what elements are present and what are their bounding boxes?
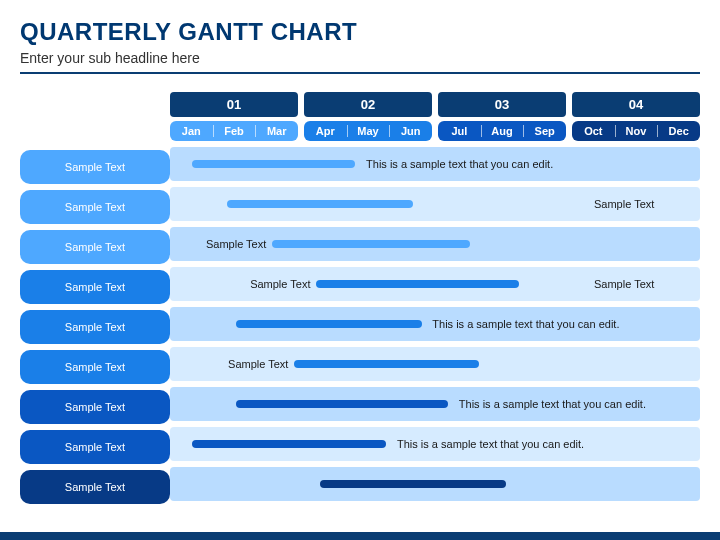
row-annotation: This is a sample text that you can edit. xyxy=(432,318,619,330)
task-label: Sample Text xyxy=(20,230,170,264)
gantt-bar xyxy=(236,320,422,328)
task-label: Sample Text xyxy=(20,390,170,424)
gantt-rows: This is a sample text that you can edit.… xyxy=(170,147,700,501)
month-cell: Feb xyxy=(213,121,256,141)
month-cell: Dec xyxy=(657,121,700,141)
gantt-bar xyxy=(192,160,355,168)
gantt-row: Sample TextSample Text xyxy=(170,267,700,301)
page-title: Quarterly Gantt Chart xyxy=(20,18,700,46)
gantt-row: Sample Text xyxy=(170,347,700,381)
quarter-cell: 03 xyxy=(438,92,566,117)
task-label-column: Sample TextSample TextSample TextSample … xyxy=(20,92,170,510)
row-annotation: Sample Text xyxy=(594,278,654,290)
gantt-bar xyxy=(316,280,519,288)
gantt-bar xyxy=(272,240,471,248)
month-cell: May xyxy=(347,121,390,141)
gantt-row: Sample Text xyxy=(170,227,700,261)
row-annotation: Sample Text xyxy=(250,278,310,290)
quarter-months: JanFebMar xyxy=(170,121,298,141)
month-cell: Oct xyxy=(572,121,615,141)
month-cell: Jan xyxy=(170,121,213,141)
month-cell: Nov xyxy=(615,121,658,141)
month-cell: Mar xyxy=(255,121,298,141)
gantt-bar xyxy=(320,480,506,488)
task-label: Sample Text xyxy=(20,350,170,384)
month-cell: Apr xyxy=(304,121,347,141)
footer-band xyxy=(0,532,720,540)
quarter-header-row: 01020304 xyxy=(170,92,700,117)
quarter-months: AprMayJun xyxy=(304,121,432,141)
timeline-column: 01020304 JanFebMarAprMayJunJulAugSepOctN… xyxy=(170,92,700,510)
month-cell: Jun xyxy=(389,121,432,141)
gantt-row: This is a sample text that you can edit. xyxy=(170,387,700,421)
gantt-row: This is a sample text that you can edit. xyxy=(170,307,700,341)
gantt-bar xyxy=(294,360,480,368)
month-cell: Sep xyxy=(523,121,566,141)
gantt-row xyxy=(170,467,700,501)
gantt-bar xyxy=(192,440,386,448)
gantt-row: Sample Text xyxy=(170,187,700,221)
quarter-cell: 04 xyxy=(572,92,700,117)
quarter-months: OctNovDec xyxy=(572,121,700,141)
task-label: Sample Text xyxy=(20,430,170,464)
quarter-cell: 02 xyxy=(304,92,432,117)
title-rule xyxy=(20,72,700,74)
gantt-chart: Sample TextSample TextSample TextSample … xyxy=(20,92,700,510)
row-annotation: Sample Text xyxy=(206,238,266,250)
row-annotation: This is a sample text that you can edit. xyxy=(397,438,584,450)
task-label: Sample Text xyxy=(20,150,170,184)
task-label: Sample Text xyxy=(20,270,170,304)
page-subtitle: Enter your sub headline here xyxy=(20,50,700,66)
month-cell: Jul xyxy=(438,121,481,141)
row-annotation: This is a sample text that you can edit. xyxy=(459,398,646,410)
month-cell: Aug xyxy=(481,121,524,141)
task-label: Sample Text xyxy=(20,470,170,504)
task-label: Sample Text xyxy=(20,310,170,344)
quarter-cell: 01 xyxy=(170,92,298,117)
row-annotation: Sample Text xyxy=(228,358,288,370)
row-annotation: Sample Text xyxy=(594,198,654,210)
gantt-bar xyxy=(227,200,413,208)
gantt-row: This is a sample text that you can edit. xyxy=(170,147,700,181)
quarter-months: JulAugSep xyxy=(438,121,566,141)
task-label: Sample Text xyxy=(20,190,170,224)
row-annotation: This is a sample text that you can edit. xyxy=(366,158,553,170)
gantt-bar xyxy=(236,400,448,408)
month-header-row: JanFebMarAprMayJunJulAugSepOctNovDec xyxy=(170,121,700,141)
gantt-row: This is a sample text that you can edit. xyxy=(170,427,700,461)
